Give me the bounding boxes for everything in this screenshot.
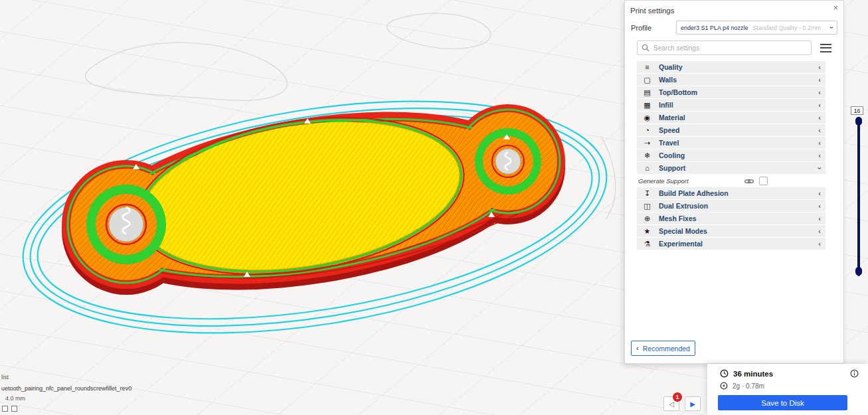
category-special-modes[interactable]: ★ Special Modes ‹ — [637, 225, 825, 237]
print-settings-panel: Print settings × Profile ender3 S1 PLA p… — [624, 0, 844, 364]
chevron-icon: ‹ — [818, 203, 821, 210]
experimental-icon: ⚗ — [642, 240, 653, 248]
clock-icon — [720, 369, 729, 378]
output-card: 36 minutes 2g · 0.78m Save to Disk — [707, 364, 868, 415]
link-icon[interactable] — [744, 178, 754, 185]
chevron-icon: ‹ — [818, 89, 821, 96]
chevron-down-icon: ‹ — [828, 27, 835, 29]
close-icon[interactable]: × — [833, 3, 838, 13]
info-icon[interactable] — [850, 369, 859, 378]
walls-icon: ▢ — [642, 76, 653, 84]
object-list-label: list — [1, 374, 131, 380]
panel-title: Print settings — [630, 7, 674, 15]
travel-icon: ⇢ — [642, 139, 653, 147]
profile-label: Profile — [631, 24, 676, 32]
chevron-icon: ‹ — [818, 102, 821, 109]
print-time: 36 minutes — [733, 370, 773, 378]
category-support[interactable]: ⌂ Support ‹ — [637, 162, 825, 174]
layer-slider-handle-top[interactable] — [855, 117, 862, 125]
cooling-icon: ❄ — [642, 152, 653, 159]
object-visibility-icon[interactable] — [2, 406, 8, 412]
profile-value: ender3 S1 PLA p4 nozzle — [681, 25, 748, 31]
object-dimension: 4.0 mm — [5, 395, 131, 402]
search-box[interactable] — [637, 41, 812, 55]
chevron-icon: ‹ — [818, 114, 821, 122]
object-lock-icon[interactable] — [11, 406, 17, 412]
category-material[interactable]: ◉ Material ‹ — [637, 112, 825, 124]
special-modes-icon: ★ — [642, 228, 653, 235]
settings-category-list: ≡ Quality ‹ ▢ Walls ‹ ▤ Top/Bottom ‹ ▦ I… — [637, 61, 825, 250]
category-experimental[interactable]: ⚗ Experimental ‹ — [637, 238, 825, 250]
chevron-left-icon: ‹ — [636, 345, 639, 352]
category-dual-extrusion[interactable]: ◫ Dual Extrusion ‹ — [637, 200, 825, 212]
search-input[interactable] — [653, 44, 807, 52]
generate-support-checkbox[interactable] — [759, 177, 768, 185]
quality-icon: ≡ — [642, 64, 653, 71]
chevron-expanded-icon: ‹ — [816, 167, 824, 169]
infill-icon: ▦ — [642, 102, 653, 109]
layer-slider-track[interactable] — [857, 117, 860, 276]
material-spool-icon — [720, 382, 728, 390]
screw-boss-left[interactable] — [86, 185, 166, 264]
chevron-icon: ‹ — [818, 76, 821, 84]
chevron-icon: ‹ — [818, 215, 821, 222]
chevron-icon: ‹ — [818, 228, 821, 235]
object-name[interactable]: uetooth_pairing_nfc_panel_roundscrewfill… — [1, 385, 131, 392]
warning-badge[interactable]: 1 — [673, 392, 682, 402]
category-infill[interactable]: ▦ Infill ‹ — [637, 99, 825, 111]
layer-slider-handle-bottom[interactable] — [855, 267, 862, 276]
category-cooling[interactable]: ❄ Cooling ‹ — [637, 149, 825, 161]
chevron-icon: ‹ — [818, 127, 821, 134]
recommended-button[interactable]: ‹ Recommended — [631, 341, 695, 356]
profile-dropdown[interactable]: ender3 S1 PLA p4 nozzle Standard Quality… — [676, 21, 837, 35]
category-mesh-fixes[interactable]: ⊕ Mesh Fixes ‹ — [637, 212, 825, 224]
support-icon: ⌂ — [642, 165, 653, 172]
play-button[interactable]: ▶ — [685, 396, 701, 411]
layer-number-field[interactable]: 16 — [851, 106, 863, 115]
category-travel[interactable]: ⇢ Travel ‹ — [637, 137, 825, 149]
material-usage: 2g · 0.78m — [733, 382, 764, 390]
material-icon: ◉ — [642, 114, 653, 122]
build-plate-adhesion-icon: ↧ — [642, 190, 653, 197]
object-list: list uetooth_pairing_nfc_panel_roundscre… — [1, 374, 131, 412]
top-bottom-icon: ▤ — [642, 89, 653, 96]
chevron-icon: ‹ — [818, 152, 821, 159]
chevron-icon: ‹ — [818, 139, 821, 147]
profile-hint: Standard Quality - 0.2mm — [753, 25, 822, 31]
chevron-icon: ‹ — [818, 190, 821, 197]
speed-icon: ◔ — [642, 127, 653, 134]
category-build-plate-adhesion[interactable]: ↧ Build Plate Adhesion ‹ — [637, 187, 825, 199]
dual-extrusion-icon: ◫ — [642, 203, 653, 210]
category-top-bottom[interactable]: ▤ Top/Bottom ‹ — [637, 86, 825, 98]
search-icon — [642, 44, 650, 52]
chevron-icon: ‹ — [818, 64, 821, 71]
mesh-fixes-icon: ⊕ — [642, 215, 653, 222]
menu-icon[interactable] — [820, 44, 831, 52]
category-quality[interactable]: ≡ Quality ‹ — [637, 61, 825, 73]
category-speed[interactable]: ◔ Speed ‹ — [637, 124, 825, 136]
save-to-disk-button[interactable]: Save to Disk — [718, 395, 847, 410]
category-walls[interactable]: ▢ Walls ‹ — [637, 74, 825, 86]
setting-generate-support: Generate Support — [637, 175, 825, 187]
panel-header: Print settings × — [625, 1, 843, 15]
chevron-icon: ‹ — [818, 240, 821, 248]
